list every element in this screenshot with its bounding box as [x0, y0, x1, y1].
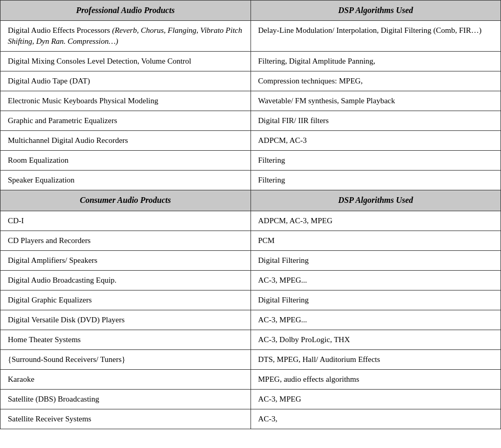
product-cell: CD Players and Recorders — [1, 231, 251, 250]
product-cell: CD-I — [1, 211, 251, 231]
product-cell: Satellite (DBS) Broadcasting — [1, 389, 251, 409]
audio-products-table: Professional Audio ProductsDSP Algorithm… — [0, 0, 501, 429]
algorithm-cell: DTS, MPEG, Hall/ Auditorium Effects — [250, 349, 501, 369]
section-header-col1: Professional Audio Products — [1, 1, 251, 21]
algorithm-cell: Digital FIR/ IIR filters — [250, 111, 501, 131]
section-header-col2: DSP Algorithms Used — [250, 190, 501, 211]
product-cell: Satellite Receiver Systems — [1, 409, 251, 429]
algorithm-cell: Filtering — [250, 171, 501, 190]
algorithm-cell: AC-3, MPEG — [250, 389, 501, 409]
table-row: Digital Audio Broadcasting Equip.AC-3, M… — [1, 270, 501, 290]
table-row: Digital Graphic EqualizersDigital Filter… — [1, 290, 501, 310]
table-row: Room EqualizationFiltering — [1, 151, 501, 171]
algorithm-cell: Wavetable/ FM synthesis, Sample Playback — [250, 91, 501, 111]
algorithm-cell: PCM — [250, 231, 501, 250]
table-row: Satellite (DBS) BroadcastingAC-3, MPEG — [1, 389, 501, 409]
algorithm-cell: Filtering, Digital Amplitude Panning, — [250, 52, 501, 71]
product-cell: Karaoke — [1, 369, 251, 389]
algorithm-cell: Digital Filtering — [250, 250, 501, 270]
product-cell: {Surround-Sound Receivers/ Tuners} — [1, 349, 251, 369]
table-row: Graphic and Parametric EqualizersDigital… — [1, 111, 501, 131]
algorithm-cell: AC-3, MPEG... — [250, 310, 501, 330]
product-cell: Home Theater Systems — [1, 330, 251, 349]
table-row: Home Theater SystemsAC-3, Dolby ProLogic… — [1, 330, 501, 349]
product-cell: Digital Versatile Disk (DVD) Players — [1, 310, 251, 330]
product-cell: Digital Graphic Equalizers — [1, 290, 251, 310]
product-cell: Digital Mixing Consoles Level Detection,… — [1, 52, 251, 71]
table-row: Speaker EqualizationFiltering — [1, 171, 501, 190]
table-row: Digital Audio Tape (DAT)Compression tech… — [1, 71, 501, 91]
table-row: Digital Versatile Disk (DVD) PlayersAC-3… — [1, 310, 501, 330]
table-row: Digital Mixing Consoles Level Detection,… — [1, 52, 501, 71]
table-row: KaraokeMPEG, audio effects algorithms — [1, 369, 501, 389]
product-cell: Speaker Equalization — [1, 171, 251, 190]
table-row: {Surround-Sound Receivers/ Tuners}DTS, M… — [1, 349, 501, 369]
product-cell: Multichannel Digital Audio Recorders — [1, 131, 251, 151]
product-cell: Graphic and Parametric Equalizers — [1, 111, 251, 131]
table-row: Digital Audio Effects Processors (Reverb… — [1, 21, 501, 52]
product-cell: Digital Audio Broadcasting Equip. — [1, 270, 251, 290]
product-cell: Electronic Music Keyboards Physical Mode… — [1, 91, 251, 111]
algorithm-cell: AC-3, Dolby ProLogic, THX — [250, 330, 501, 349]
algorithm-cell: Delay-Line Modulation/ Interpolation, Di… — [250, 21, 501, 52]
table-row: Multichannel Digital Audio RecordersADPC… — [1, 131, 501, 151]
algorithm-cell: MPEG, audio effects algorithms — [250, 369, 501, 389]
algorithm-cell: AC-3, MPEG... — [250, 270, 501, 290]
algorithm-cell: Filtering — [250, 151, 501, 171]
algorithm-cell: ADPCM, AC-3 — [250, 131, 501, 151]
product-cell: Digital Audio Tape (DAT) — [1, 71, 251, 91]
product-cell: Digital Amplifiers/ Speakers — [1, 250, 251, 270]
table-row: Digital Amplifiers/ SpeakersDigital Filt… — [1, 250, 501, 270]
product-cell: Room Equalization — [1, 151, 251, 171]
algorithm-cell: AC-3, — [250, 409, 501, 429]
algorithm-cell: ADPCM, AC-3, MPEG — [250, 211, 501, 231]
section-header-col2: DSP Algorithms Used — [250, 1, 501, 21]
table-row: CD-IADPCM, AC-3, MPEG — [1, 211, 501, 231]
table-row: Satellite Receiver SystemsAC-3, — [1, 409, 501, 429]
section-header-col1: Consumer Audio Products — [1, 190, 251, 211]
table-row: Electronic Music Keyboards Physical Mode… — [1, 91, 501, 111]
algorithm-cell: Compression techniques: MPEG, — [250, 71, 501, 91]
product-cell: Digital Audio Effects Processors (Reverb… — [1, 21, 251, 52]
algorithm-cell: Digital Filtering — [250, 290, 501, 310]
table-row: CD Players and RecordersPCM — [1, 231, 501, 250]
table-container: Professional Audio ProductsDSP Algorithm… — [0, 0, 501, 429]
